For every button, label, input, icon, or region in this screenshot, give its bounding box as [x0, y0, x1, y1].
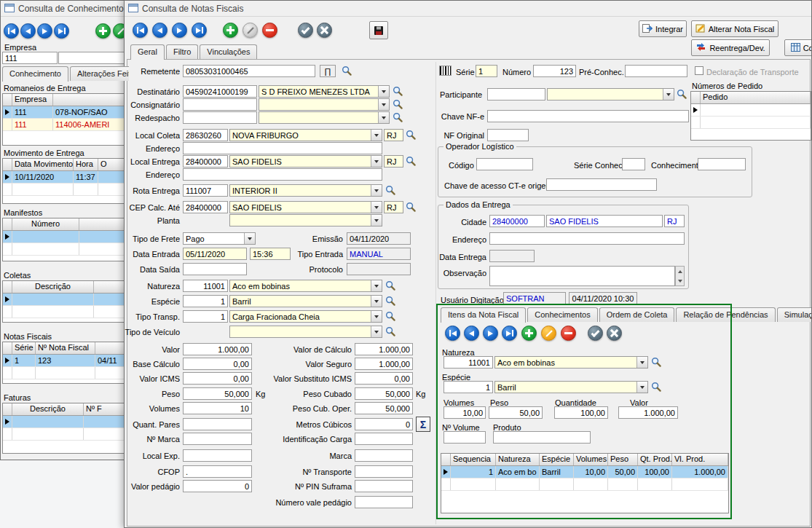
search-icon[interactable]: [342, 66, 352, 76]
movimento-row[interactable]: 10/11/2020 11:37: [3, 171, 128, 184]
item-valor-input[interactable]: 1.000,00: [618, 406, 678, 419]
data-saida-input[interactable]: [183, 263, 247, 275]
endereco-entrega-input[interactable]: [183, 168, 382, 181]
tipo-veiculo-combobox[interactable]: [229, 326, 382, 338]
valor-substituto-input[interactable]: 0,00: [355, 372, 413, 385]
item-next-button[interactable]: [483, 326, 498, 341]
cidade-uf-input[interactable]: RJ: [664, 215, 685, 227]
search-icon[interactable]: [406, 202, 417, 213]
item-previous-button[interactable]: [464, 326, 479, 341]
movimento-row[interactable]: [3, 184, 128, 196]
remetente-input[interactable]: 08053031000465: [183, 65, 315, 77]
base-calculo-input[interactable]: 0,00: [183, 358, 252, 370]
search-icon[interactable]: [385, 280, 396, 291]
tab-itens-nota-fiscal[interactable]: Itens da Nota Fiscal: [441, 307, 526, 323]
edit-record-button[interactable]: [243, 23, 258, 38]
integrar-button[interactable]: Integrar: [639, 20, 687, 37]
chevron-down-icon[interactable]: [636, 382, 647, 393]
search-icon[interactable]: [651, 357, 662, 368]
empresa-input[interactable]: 111: [2, 52, 58, 64]
valor-icms-input[interactable]: 0,00: [183, 372, 252, 385]
endereco-entrega-input[interactable]: [489, 232, 685, 245]
chevron-down-icon[interactable]: [371, 296, 382, 307]
sum-button[interactable]: Σ: [416, 417, 430, 432]
chevron-down-icon[interactable]: [378, 86, 389, 97]
destinatario-code-input[interactable]: 04590241000199: [183, 85, 257, 98]
search-icon[interactable]: [393, 99, 403, 110]
especie-code-input[interactable]: 1: [183, 295, 228, 307]
serie-conhec-input[interactable]: [622, 158, 645, 170]
peso-cubado-input[interactable]: 50,000: [355, 387, 413, 400]
item-row[interactable]: [441, 478, 728, 491]
local-entrega-combobox[interactable]: SAO FIDELIS: [229, 155, 382, 168]
pedido-row[interactable]: [691, 104, 811, 117]
previous-record-button[interactable]: [152, 23, 167, 38]
pedido-row[interactable]: [691, 117, 811, 129]
numero-transporte-input[interactable]: [355, 465, 413, 478]
marca-input[interactable]: [355, 449, 413, 462]
participante-combobox[interactable]: [547, 88, 674, 101]
manifestos-row[interactable]: [3, 231, 128, 243]
chevron-down-icon[interactable]: [663, 89, 674, 100]
tab-conhecimentos[interactable]: Conhecimentos: [527, 307, 597, 322]
first-record-button[interactable]: [133, 23, 148, 38]
previous-record-button[interactable]: [20, 23, 36, 39]
alterar-nota-button[interactable]: Alterar Nota Fiscal: [691, 20, 779, 37]
romaneios-row[interactable]: 111 078-NOF/SAO: [3, 106, 128, 119]
chevron-down-icon[interactable]: [378, 112, 389, 123]
search-icon[interactable]: [651, 382, 662, 393]
item-natureza-combobox[interactable]: Aco em bobinas: [494, 356, 648, 369]
quant-pares-input[interactable]: [183, 418, 252, 430]
declaracao-checkbox[interactable]: [695, 66, 703, 75]
tipo-transp-code-input[interactable]: 1: [183, 310, 228, 323]
codigo-input[interactable]: [476, 158, 533, 170]
next-record-button[interactable]: [172, 23, 187, 38]
empresa-extra-input[interactable]: [58, 52, 129, 64]
consignatario-code-input[interactable]: [183, 98, 257, 111]
metros-cubicos-input[interactable]: 0: [355, 418, 413, 430]
search-icon[interactable]: [385, 326, 396, 337]
pi-icon[interactable]: ∏: [320, 65, 336, 77]
search-icon[interactable]: [393, 86, 403, 97]
conhecimento-input[interactable]: [698, 158, 746, 170]
item-natureza-code-input[interactable]: 11001: [444, 356, 493, 369]
valor-seguro-input[interactable]: 1.000,00: [355, 358, 413, 370]
item-peso-input[interactable]: 50,00: [489, 406, 543, 419]
cfop-input[interactable]: .: [183, 465, 252, 478]
data-entrada-input[interactable]: 05/11/2020: [183, 248, 247, 260]
chevron-down-icon[interactable]: [371, 130, 382, 141]
coletas-row[interactable]: [3, 306, 128, 318]
item-delete-button[interactable]: [561, 326, 576, 341]
endereco-coleta-input[interactable]: [183, 142, 382, 154]
tipo-frete-combobox[interactable]: Pago: [183, 232, 256, 245]
natureza-combobox[interactable]: Aco em bobinas: [229, 280, 382, 292]
tab-vinculacoes[interactable]: Vinculações: [200, 44, 257, 59]
tab-simulacao-calculo[interactable]: Simulação do Cálcul: [777, 307, 812, 322]
cep-calc-combobox[interactable]: SAO FIDELIS: [229, 201, 382, 213]
redespacho-combobox[interactable]: [259, 111, 390, 124]
tab-ordem-coleta[interactable]: Ordem de Coleta: [599, 307, 675, 322]
especie-combobox[interactable]: Barril: [229, 295, 382, 307]
nf-original-input[interactable]: [487, 129, 529, 141]
identificacao-carga-input[interactable]: [355, 433, 413, 445]
tab-alteracoes-feitas[interactable]: Alterações Feita: [70, 66, 130, 81]
participante-code-input[interactable]: [487, 88, 545, 101]
pin-suframa-input[interactable]: [355, 480, 413, 492]
search-icon[interactable]: [406, 156, 417, 167]
chevron-down-icon[interactable]: [371, 280, 382, 291]
tipo-transp-combobox[interactable]: Carga Fracionada Cheia: [229, 310, 382, 323]
chevron-down-icon[interactable]: [378, 99, 389, 110]
item-row[interactable]: 1 Aco em bo Barril 10,00 50,00 100,00 1.…: [441, 466, 728, 478]
notas-row[interactable]: 1 123 04/11: [3, 355, 128, 367]
item-produto-input[interactable]: [493, 431, 591, 444]
search-icon[interactable]: [677, 89, 687, 100]
manifestos-row[interactable]: [3, 243, 128, 256]
item-edit-button[interactable]: [541, 326, 556, 341]
consignatario-combobox[interactable]: [259, 98, 390, 111]
item-first-button[interactable]: [445, 326, 460, 341]
local-entrega-uf-input[interactable]: RJ: [384, 155, 403, 168]
tab-geral[interactable]: Geral: [130, 44, 165, 60]
faturas-row[interactable]: [3, 428, 128, 441]
notas-titlebar[interactable]: Consulta de Notas Fiscais: [125, 1, 811, 17]
cidade-nome-input[interactable]: SAO FIDELIS: [546, 215, 663, 227]
